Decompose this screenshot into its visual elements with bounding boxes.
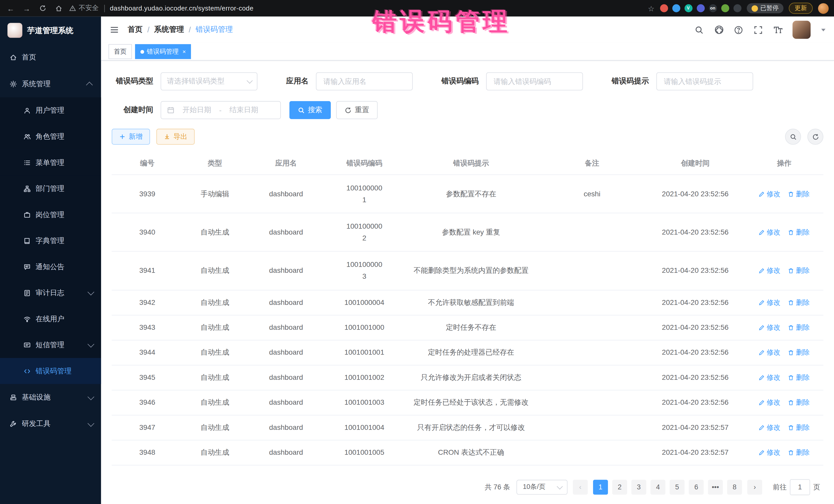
[object Object][interactable] <box>697 4 704 12</box>
edit-link[interactable]: 修改 <box>759 348 781 357</box>
edit-link[interactable]: 修改 <box>759 266 781 275</box>
page-number-button[interactable]: 4 <box>651 480 665 495</box>
sidebar-item[interactable]: 字典管理 <box>0 227 101 254</box>
edit-link[interactable]: 修改 <box>759 397 781 407</box>
delete-link[interactable]: 删除 <box>788 323 810 332</box>
delete-link[interactable]: 删除 <box>788 423 810 432</box>
paused-badge[interactable]: 已暂停 <box>746 3 784 13</box>
sidebar-item-label: 字典管理 <box>36 236 93 245</box>
actions-cell: 修改 删除 <box>745 390 823 415</box>
refresh-table-button[interactable] <box>807 129 823 145</box>
sidebar-item[interactable]: 首页 <box>0 44 101 71</box>
home-icon <box>9 53 17 61</box>
sidebar-item[interactable]: 用户管理 <box>0 97 101 124</box>
refresh-icon[interactable] <box>37 3 48 13</box>
reset-button[interactable]: 重置 <box>336 101 378 119</box>
sidebar-item[interactable]: 短信管理 <box>0 332 101 358</box>
back-icon[interactable]: ← <box>5 3 16 13</box>
edit-pencil-icon <box>759 191 765 197</box>
app-name-input[interactable] <box>322 77 406 86</box>
close-icon[interactable]: × <box>182 48 186 55</box>
toggle-search-button[interactable] <box>785 129 801 145</box>
sidebar-item[interactable]: 通知公告 <box>0 254 101 280</box>
sidebar-item[interactable]: 错误码管理 <box>0 358 101 384</box>
delete-link[interactable]: 删除 <box>788 189 810 199</box>
sidebar-item[interactable]: 部门管理 <box>0 176 101 202</box>
delete-link[interactable]: 删除 <box>788 266 810 275</box>
error-msg-input[interactable] <box>663 77 747 86</box>
[object Object][interactable] <box>721 4 729 12</box>
next-page-button[interactable]: › <box>747 480 762 495</box>
sidebar-item[interactable]: 系统管理 <box>0 71 101 97</box>
user-avatar[interactable] <box>792 21 810 39</box>
end-date-input[interactable]: 结束日期 <box>225 105 263 115</box>
edit-link[interactable]: 修改 <box>759 323 781 332</box>
user-icon <box>23 107 31 114</box>
github-icon[interactable] <box>714 25 724 35</box>
error-type-select[interactable]: 请选择错误码类型 <box>161 72 257 90</box>
delete-link[interactable]: 删除 <box>788 298 810 307</box>
bookmark-star-icon[interactable]: ☆ <box>648 4 654 13</box>
delete-link[interactable]: 删除 <box>788 373 810 382</box>
[object Object][interactable] <box>660 4 668 12</box>
page-size-select[interactable]: 10条/页 <box>517 480 568 495</box>
sidebar-item[interactable]: 在线用户 <box>0 306 101 332</box>
delete-link[interactable]: 删除 <box>788 397 810 407</box>
logo-row[interactable]: 芋道管理系统 <box>0 17 101 44</box>
edit-link[interactable]: 修改 <box>759 227 781 237</box>
date-range-picker[interactable]: 开始日期 - 结束日期 <box>161 101 281 119</box>
security-chip[interactable]: 不安全 <box>69 4 98 13</box>
delete-link[interactable]: 删除 <box>788 227 810 237</box>
delete-link[interactable]: 删除 <box>788 348 810 357</box>
fullscreen-icon[interactable] <box>753 25 763 35</box>
search-button[interactable]: 搜索 <box>289 101 331 119</box>
[object Object][interactable]: V <box>684 4 692 12</box>
font-size-icon[interactable] <box>773 25 783 35</box>
page-number-button[interactable]: 2 <box>612 480 627 495</box>
update-button[interactable]: 更新 <box>789 3 813 14</box>
page-number-button[interactable]: ••• <box>708 480 723 495</box>
breadcrumb-home[interactable]: 首页 <box>128 25 142 35</box>
avatar-caret-icon[interactable] <box>821 28 826 31</box>
edit-link[interactable]: 修改 <box>759 447 781 457</box>
time-label: 创建时间 <box>112 105 153 115</box>
page-number-button[interactable]: 1 <box>593 480 608 495</box>
edit-link[interactable]: 修改 <box>759 373 781 382</box>
sidebar-item[interactable]: 菜单管理 <box>0 149 101 176</box>
export-button[interactable]: 导出 <box>156 129 195 145</box>
sidebar-item[interactable]: 审计日志 <box>0 280 101 306</box>
edit-link[interactable]: 修改 <box>759 423 781 432</box>
tab-tag[interactable]: 首页 <box>109 44 132 59</box>
help-icon[interactable] <box>733 25 743 35</box>
breadcrumb-system[interactable]: 系统管理 <box>154 25 184 35</box>
sidebar-item[interactable]: 岗位管理 <box>0 202 101 228</box>
search-icon[interactable] <box>694 25 704 35</box>
forward-icon[interactable]: → <box>21 3 32 13</box>
url-bar[interactable]: dashboard.yudao.iocoder.cn/system/error-… <box>110 5 254 12</box>
delete-link[interactable]: 删除 <box>788 447 810 457</box>
actions-cell: 修改 删除 <box>745 315 823 340</box>
sidebar-item[interactable]: 基础设施 <box>0 384 101 411</box>
sidebar-item[interactable]: 研发工具 <box>0 411 101 437</box>
browser-avatar[interactable] <box>818 3 829 13</box>
edit-link[interactable]: 修改 <box>759 189 781 199</box>
add-button[interactable]: 新增 <box>112 129 150 145</box>
prev-page-button[interactable]: ‹ <box>573 480 588 495</box>
sidebar-item[interactable]: 角色管理 <box>0 124 101 150</box>
infra-icon <box>9 394 17 401</box>
sidebar-toggle-icon[interactable] <box>110 25 119 35</box>
[object Object][interactable]: on <box>709 4 717 12</box>
page-number-button[interactable]: 5 <box>670 480 685 495</box>
page-number-button[interactable]: 6 <box>689 480 704 495</box>
page-number-button[interactable]: 3 <box>631 480 646 495</box>
[object Object][interactable] <box>672 4 680 12</box>
[object Object][interactable] <box>733 4 741 12</box>
start-date-input[interactable]: 开始日期 <box>178 105 215 115</box>
goto-page-input[interactable] <box>790 479 810 495</box>
home-button-icon[interactable] <box>53 3 64 13</box>
tab-tag[interactable]: 错误码管理 × <box>135 44 191 59</box>
edit-link[interactable]: 修改 <box>759 298 781 307</box>
warning-icon <box>69 5 76 12</box>
page-number-button[interactable]: 8 <box>727 480 742 495</box>
error-code-input[interactable] <box>492 77 576 86</box>
